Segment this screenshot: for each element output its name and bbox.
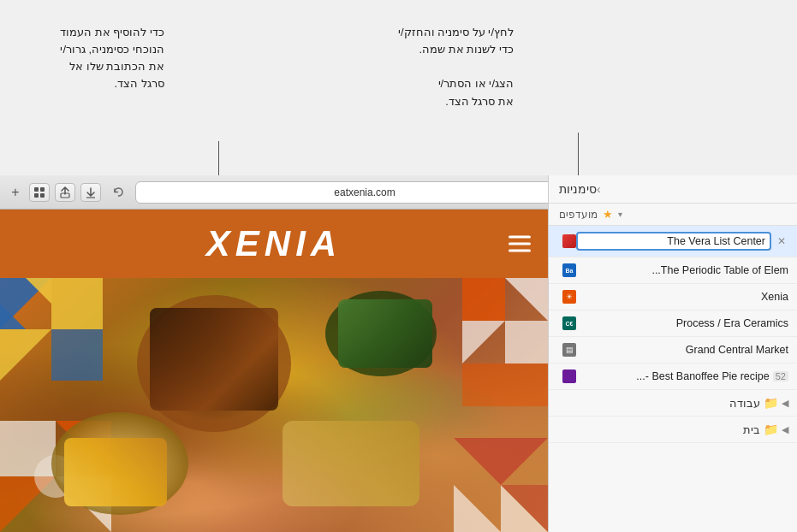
svg-rect-0: [34, 187, 39, 192]
svg-marker-11: [51, 278, 103, 329]
svg-marker-16: [462, 278, 505, 321]
home-folder-icon: 📁: [764, 423, 778, 436]
svg-marker-20: [462, 364, 548, 406]
home-folder-label: בית: [559, 423, 760, 436]
grand-favicon: ▤: [562, 343, 576, 357]
food-greens: [338, 299, 432, 368]
banoffee-badge: 52: [773, 371, 788, 381]
add-tab-button[interactable]: +: [7, 184, 24, 201]
banoffee-favicon: [562, 369, 576, 383]
callout-left: כדי להוסיף את העמוד הנוכחי כסימניה, גרור…: [60, 24, 164, 93]
sidebar-folder-home[interactable]: ◀ 📁 בית: [549, 417, 797, 443]
home-folder-arrow: ◀: [782, 424, 788, 435]
favorites-label: מועדפים: [559, 209, 598, 221]
web-content-area: XENiA: [0, 210, 548, 532]
ceramics-label: Process / Era Ceramics: [576, 317, 788, 329]
geo-pattern-bottom-right: [454, 438, 548, 532]
callout-line-left: [218, 141, 219, 180]
svg-marker-18: [505, 321, 548, 364]
tab-grid-button[interactable]: [29, 183, 50, 202]
callout-area: לחץ/י על סימניה והחזק/י כדי לשנות את שמה…: [0, 0, 548, 175]
sidebar-folder-work[interactable]: ◀ 📁 עבודה: [549, 390, 797, 417]
sidebar-item-ceramics[interactable]: Process / Era Ceramics €C: [549, 310, 797, 337]
sidebar-item-grand[interactable]: Grand Central Market ▤: [549, 337, 797, 364]
star-icon: ★: [603, 208, 613, 221]
work-folder-icon: 📁: [764, 396, 778, 410]
vera-edit-input[interactable]: [576, 232, 771, 251]
periodic-label: The Periodic Table of Elem...: [576, 264, 788, 276]
share-button[interactable]: [55, 183, 75, 202]
svg-marker-12: [0, 329, 51, 381]
favorites-dropdown-icon[interactable]: ▾: [618, 210, 622, 219]
url-text: eatxenia.com: [143, 186, 586, 198]
food-fries-detail: [64, 438, 167, 506]
work-folder-arrow: ◀: [782, 398, 788, 409]
svg-marker-17: [505, 278, 548, 321]
xenia-label: Xenia: [576, 291, 788, 303]
sidebar-items-list: ✕ The Periodic Table of Elem... Ba Xenia…: [549, 226, 797, 443]
svg-marker-19: [462, 321, 505, 364]
svg-rect-2: [34, 193, 39, 198]
geo-pattern-top-right: [462, 278, 548, 406]
svg-marker-26: [454, 438, 548, 485]
xenia-favicon: ☀: [562, 290, 576, 304]
ceramics-favicon: €C: [562, 316, 576, 330]
sidebar-title: סימניות: [559, 182, 597, 196]
food-image: [0, 278, 548, 532]
svg-marker-13: [51, 329, 103, 381]
callout-line-right: [578, 133, 579, 180]
hamburger-line-2: [509, 243, 531, 245]
sidebar: › סימניות ▾ ★ מועדפים ✕ The Periodic Tab…: [548, 175, 797, 532]
hamburger-menu[interactable]: [509, 236, 531, 252]
address-bar[interactable]: eatxenia.com 🔒: [135, 181, 608, 204]
sidebar-item-vera[interactable]: ✕: [549, 226, 797, 257]
geo-pattern-top-left: [0, 278, 103, 381]
download-button[interactable]: [80, 183, 101, 202]
callout-right: לחץ/י על סימניה והחזק/י כדי לשנות את שמה…: [398, 24, 514, 110]
banoffee-label: Best Banoffee Pie recipe -...: [576, 370, 770, 382]
sidebar-subheader: ▾ ★ מועדפים: [549, 204, 797, 226]
sidebar-item-periodic[interactable]: The Periodic Table of Elem... Ba: [549, 257, 797, 284]
vera-favicon: [562, 234, 576, 248]
sidebar-header: › סימניות: [549, 175, 797, 204]
xenia-header: XENiA: [0, 210, 548, 278]
food-meat: [150, 308, 278, 411]
work-folder-label: עבודה: [559, 397, 760, 410]
svg-marker-27: [454, 485, 501, 532]
svg-rect-1: [40, 187, 45, 192]
sidebar-collapse-icon[interactable]: ›: [597, 182, 601, 196]
sidebar-item-xenia[interactable]: Xenia ☀: [549, 284, 797, 310]
sidebar-item-banoffee[interactable]: 52 Best Banoffee Pie recipe -...: [549, 364, 797, 390]
periodic-favicon: Ba: [562, 263, 576, 277]
xenia-logo: XENiA: [206, 223, 342, 264]
vera-item-close-icon[interactable]: ✕: [775, 235, 788, 247]
xenia-website: XENiA: [0, 210, 548, 532]
svg-rect-3: [40, 193, 45, 198]
hamburger-line-3: [509, 250, 531, 252]
refresh-button[interactable]: [108, 182, 128, 203]
food-flatbread: [283, 421, 419, 506]
grand-label: Grand Central Market: [576, 344, 788, 356]
food-background: [0, 278, 548, 532]
hamburger-line-1: [509, 236, 531, 239]
